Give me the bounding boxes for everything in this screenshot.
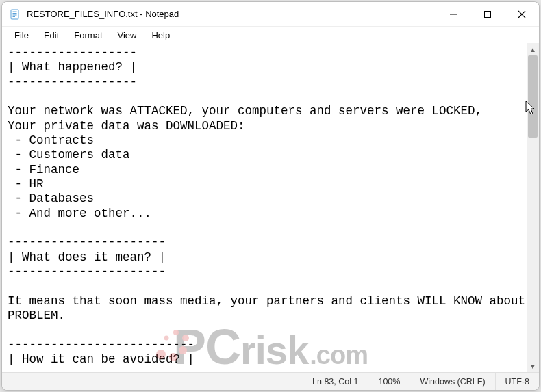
status-position: Ln 83, Col 1 [303, 373, 368, 390]
menu-help[interactable]: Help [144, 29, 177, 42]
menu-edit[interactable]: Edit [37, 29, 66, 42]
vertical-scrollbar[interactable]: ▲ ▼ [527, 43, 539, 372]
notepad-window: RESTORE_FILES_INFO.txt - Notepad File Ed… [1, 1, 540, 391]
notepad-icon [9, 8, 21, 21]
scroll-down-icon[interactable]: ▼ [527, 360, 539, 372]
maximize-icon [483, 10, 492, 18]
status-encoding: UTF-8 [495, 373, 539, 390]
text-area[interactable]: ------------------ | What happened? | --… [2, 43, 527, 372]
statusbar: Ln 83, Col 1 100% Windows (CRLF) UTF-8 [2, 372, 539, 390]
minimize-icon [449, 10, 457, 18]
maximize-button[interactable] [470, 2, 505, 27]
content-wrapper: ------------------ | What happened? | --… [2, 43, 539, 372]
menu-file[interactable]: File [8, 29, 36, 42]
status-lineending: Windows (CRLF) [410, 373, 494, 390]
menu-format[interactable]: Format [67, 29, 109, 42]
scrollbar-thumb[interactable] [528, 55, 538, 138]
menu-view[interactable]: View [111, 29, 144, 42]
status-zoom: 100% [368, 373, 410, 390]
scroll-up-icon[interactable]: ▲ [527, 43, 539, 55]
minimize-button[interactable] [436, 2, 470, 27]
svg-rect-6 [485, 11, 491, 17]
titlebar[interactable]: RESTORE_FILES_INFO.txt - Notepad [2, 2, 539, 27]
close-icon [518, 10, 526, 18]
svg-rect-0 [11, 10, 18, 19]
menubar: File Edit Format View Help [2, 27, 539, 43]
close-button[interactable] [505, 2, 539, 27]
window-title: RESTORE_FILES_INFO.txt - Notepad [27, 9, 436, 19]
